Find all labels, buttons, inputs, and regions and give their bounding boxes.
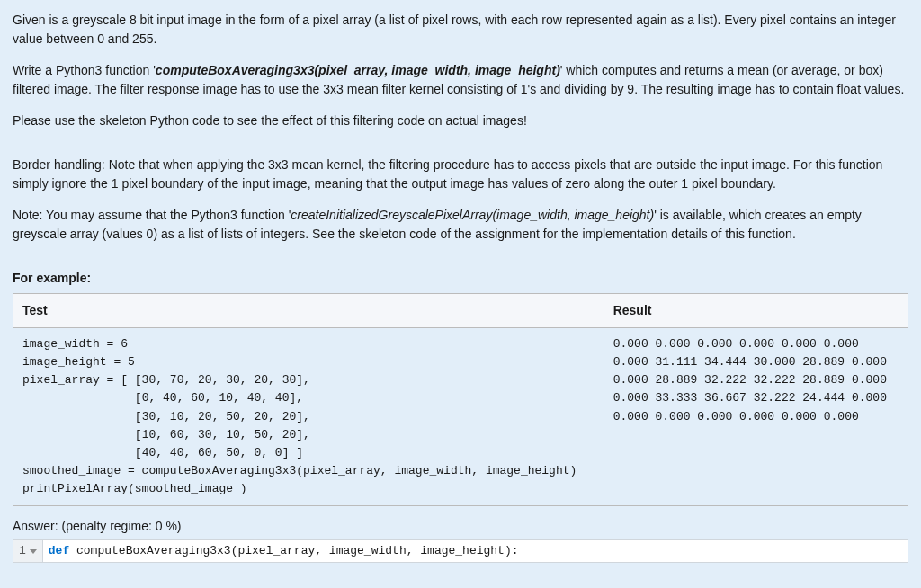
keyword-def: def [49, 544, 69, 557]
function-signature: computeBoxAveraging3x3(pixel_array, imag… [156, 63, 560, 77]
header-result: Result [604, 294, 908, 328]
answer-label: Answer: (penalty regime: 0 %) [13, 517, 908, 536]
table-header-row: Test Result [13, 294, 908, 328]
test-code: image_width = 6 image_height = 5 pixel_a… [22, 335, 595, 498]
example-label: For example: [13, 269, 908, 288]
code-gutter[interactable]: 1 [13, 539, 43, 563]
result-text: 0.000 0.000 0.000 0.000 0.000 0.000 0.00… [613, 335, 899, 426]
answer-label-text: Answer: [13, 519, 61, 533]
intro-paragraph-2: Write a Python3 function 'computeBoxAver… [13, 61, 908, 99]
table-row: image_width = 6 image_height = 5 pixel_a… [13, 328, 908, 506]
helper-function-name: createInitializedGreyscalePixelArray(ima… [291, 208, 654, 222]
intro-paragraph-1: Given is a greyscale 8 bit input image i… [13, 11, 908, 49]
header-test: Test [13, 294, 604, 328]
note-paragraph: Note: You may assume that the Python3 fu… [13, 206, 908, 244]
code-line[interactable]: def computeBoxAveraging3x3(pixel_array, … [43, 539, 908, 563]
line-number: 1 [19, 542, 26, 560]
border-handling-paragraph: Border handling: Note that when applying… [13, 156, 908, 193]
penalty-regime: (penalty regime: 0 %) [61, 519, 181, 533]
fold-icon[interactable] [30, 549, 37, 554]
example-table: Test Result image_width = 6 image_height… [13, 293, 908, 506]
result-cell: 0.000 0.000 0.000 0.000 0.000 0.000 0.00… [604, 328, 908, 506]
code-rest: computeBoxAveraging3x3(pixel_array, imag… [69, 544, 518, 557]
test-cell: image_width = 6 image_height = 5 pixel_a… [13, 328, 604, 506]
intro-paragraph-3: Please use the skeleton Python code to s… [13, 111, 908, 130]
code-editor[interactable]: 1 def computeBoxAveraging3x3(pixel_array… [13, 539, 908, 563]
note-before: Note: You may assume that the Python3 fu… [13, 208, 291, 222]
intro-p2-before: Write a Python3 function ' [13, 63, 156, 77]
